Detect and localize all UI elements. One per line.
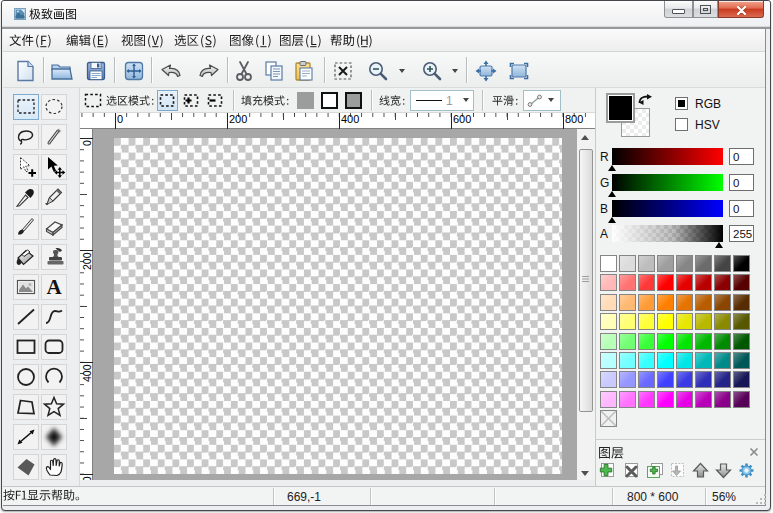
svg-text:200: 200 bbox=[81, 252, 93, 270]
svg-text:400: 400 bbox=[81, 364, 93, 382]
svg-text:600: 600 bbox=[81, 476, 93, 480]
svg-text:A: A bbox=[46, 275, 62, 299]
svg-text:0: 0 bbox=[81, 140, 93, 146]
